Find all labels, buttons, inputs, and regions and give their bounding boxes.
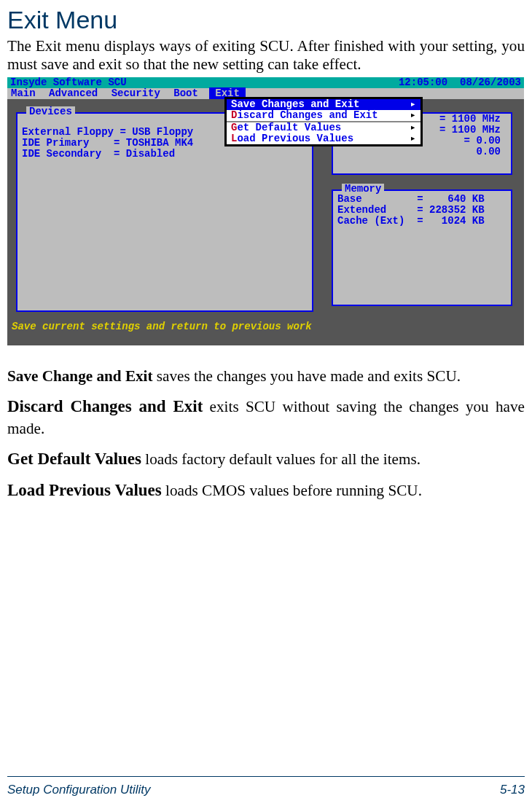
menu-boot[interactable]: Boot — [171, 87, 203, 99]
chevron-right-icon: ▸ — [410, 122, 416, 133]
devices-title: Devices — [26, 106, 75, 117]
exit-dropdown[interactable]: Save Changes and Exit ▸ Discard Changes … — [224, 97, 423, 146]
menu-security[interactable]: Security — [109, 87, 165, 99]
bios-app-title: Insyde Software SCU — [10, 77, 127, 88]
memory-title: Memory — [342, 184, 384, 195]
chevron-right-icon: ▸ — [410, 110, 416, 121]
footer-page-number: 5-13 — [500, 783, 525, 797]
exit-get-default[interactable]: Get Default Values ▸ — [227, 122, 420, 133]
page-title: Exit Menu — [7, 6, 525, 34]
device-line: IDE Secondary = Disabled — [17, 149, 312, 160]
bios-time: 12:05:00 — [399, 77, 447, 88]
cpu-line: 0.00 — [333, 146, 505, 157]
bios-titlebar: Insyde Software SCU 12:05:00 08/26/2003 — [7, 77, 524, 88]
footer-left: Setup Configuration Utility — [7, 783, 151, 797]
menu-advanced[interactable]: Advanced — [47, 87, 103, 99]
page-footer: Setup Configuration Utility 5-13 — [7, 783, 525, 797]
exit-discard-and-exit[interactable]: Discard Changes and Exit ▸ — [227, 110, 420, 121]
bios-date: 08/26/2003 — [460, 77, 521, 88]
bios-screenshot: Insyde Software SCU 12:05:00 08/26/2003 … — [7, 77, 524, 345]
memory-line: Extended = 228352 KB — [333, 205, 511, 216]
memory-line: Cache (Ext) = 1024 KB — [333, 216, 511, 227]
memory-panel: Memory Base = 640 KB Extended = 228352 K… — [332, 189, 512, 306]
chevron-right-icon: ▸ — [410, 133, 416, 144]
desc-get-default: Get Default Values loads factory default… — [7, 447, 525, 470]
desc-discard-changes: Discard Changes and Exit exits SCU witho… — [7, 395, 525, 439]
footer-rule — [7, 776, 525, 777]
desc-save-change: Save Change and Exit saves the changes y… — [7, 366, 525, 387]
bios-help-text: Save current settings and return to prev… — [12, 321, 312, 332]
chevron-right-icon: ▸ — [410, 99, 416, 110]
desc-load-previous: Load Previous Values loads CMOS values b… — [7, 479, 525, 501]
intro-text: The Exit menu displays ways of exiting S… — [7, 37, 525, 74]
menu-main[interactable]: Main — [9, 87, 41, 99]
exit-load-previous[interactable]: Load Previous Values ▸ — [227, 133, 420, 144]
exit-save-and-exit[interactable]: Save Changes and Exit ▸ — [227, 99, 420, 110]
memory-line: Base = 640 KB — [333, 194, 511, 205]
